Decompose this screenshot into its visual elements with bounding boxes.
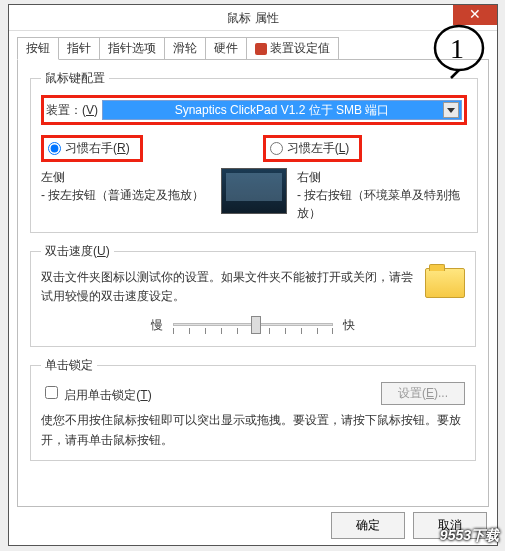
- device-row-highlight: 装置：(V) Synaptics ClickPad V1.2 位于 SMB 端口: [41, 95, 467, 125]
- left-title: 左侧: [41, 168, 211, 186]
- clicklock-input[interactable]: [45, 386, 58, 399]
- dblclick-desc: 双击文件夹图标以测试你的设置。如果文件夹不能被打开或关闭，请尝试用较慢的双击速度…: [41, 268, 465, 306]
- clicklock-settings-button: 设置(E)...: [381, 382, 465, 405]
- slow-label: 慢: [151, 317, 163, 334]
- radio-label: 习惯左手(L): [287, 140, 350, 157]
- tab-label: 按钮: [26, 41, 50, 55]
- right-title: 右侧: [297, 168, 467, 186]
- radio-left-handed[interactable]: 习惯左手(L): [263, 135, 363, 162]
- radio-right-handed[interactable]: 习惯右手(R): [41, 135, 143, 162]
- tab-label: 指针: [67, 41, 91, 55]
- left-desc: - 按左按钮（普通选定及拖放）: [41, 186, 211, 204]
- radio-left-input[interactable]: [270, 142, 283, 155]
- slider-thumb[interactable]: [251, 316, 261, 334]
- group-legend: 鼠标键配置: [41, 70, 109, 87]
- close-icon: ✕: [469, 6, 481, 22]
- window-title: 鼠标 属性: [227, 9, 278, 26]
- tab-strip: 按钮 指针 指针选项 滑轮 硬件 装置设定值: [9, 31, 497, 59]
- right-column: 右侧 - 按右按钮（环境菜单及特别拖放）: [297, 168, 467, 222]
- checkbox-label: 启用单击锁定(T): [64, 388, 151, 402]
- tab-label: 硬件: [214, 41, 238, 55]
- device-select-value: Synaptics ClickPad V1.2 位于 SMB 端口: [175, 102, 390, 119]
- tab-hardware[interactable]: 硬件: [205, 37, 247, 60]
- radio-right-input[interactable]: [48, 142, 61, 155]
- ok-button[interactable]: 确定: [331, 512, 405, 539]
- tab-wheel[interactable]: 滑轮: [164, 37, 206, 60]
- dialog-body: 按钮 指针 指针选项 滑轮 硬件 装置设定值 鼠标键配置 装置：(V) Syna…: [9, 31, 497, 545]
- synaptics-icon: [255, 43, 267, 55]
- tab-label: 装置设定值: [270, 41, 330, 55]
- window: 鼠标 属性 ✕ 按钮 指针 指针选项 滑轮 硬件 装置设定值 鼠标键配置 装置：…: [8, 4, 498, 546]
- radio-label: 习惯右手(R): [65, 140, 130, 157]
- tab-device-settings[interactable]: 装置设定值: [246, 37, 339, 60]
- dblclick-slider[interactable]: [173, 314, 333, 336]
- group-doubleclick: 双击速度(U) 双击文件夹图标以测试你的设置。如果文件夹不能被打开或关闭，请尝试…: [30, 243, 476, 347]
- tab-panel-buttons: 鼠标键配置 装置：(V) Synaptics ClickPad V1.2 位于 …: [17, 59, 489, 507]
- annotation-circle-1: 1: [431, 22, 487, 78]
- tab-label: 滑轮: [173, 41, 197, 55]
- group-clicklock: 单击锁定 启用单击锁定(T) 设置(E)... 使您不用按住鼠标按钮即可以突出显…: [30, 357, 476, 460]
- device-select[interactable]: Synaptics ClickPad V1.2 位于 SMB 端口: [102, 100, 462, 120]
- group-legend: 双击速度(U): [41, 243, 114, 260]
- touchpad-icon: [221, 168, 287, 214]
- clicklock-desc: 使您不用按住鼠标按钮即可以突出显示或拖拽。要设置，请按下鼠标按钮。要放开，请再单…: [41, 411, 465, 449]
- watermark: 9553下载: [440, 527, 499, 545]
- right-desc: - 按右按钮（环境菜单及特别拖放）: [297, 186, 467, 222]
- group-legend: 单击锁定: [41, 357, 97, 374]
- device-label: 装置：(V): [46, 102, 98, 119]
- tab-pointer-options[interactable]: 指针选项: [99, 37, 165, 60]
- titlebar[interactable]: 鼠标 属性 ✕: [9, 5, 497, 31]
- left-column: 左侧 - 按左按钮（普通选定及拖放）: [41, 168, 211, 222]
- tab-label: 指针选项: [108, 41, 156, 55]
- fast-label: 快: [343, 317, 355, 334]
- annotation-number: 1: [450, 33, 464, 64]
- tab-pointer[interactable]: 指针: [58, 37, 100, 60]
- tab-buttons[interactable]: 按钮: [17, 37, 59, 60]
- clicklock-checkbox[interactable]: 启用单击锁定(T): [41, 383, 152, 404]
- folder-test-icon[interactable]: [425, 268, 465, 298]
- group-button-config: 鼠标键配置 装置：(V) Synaptics ClickPad V1.2 位于 …: [30, 70, 478, 233]
- chevron-down-icon[interactable]: [443, 102, 459, 118]
